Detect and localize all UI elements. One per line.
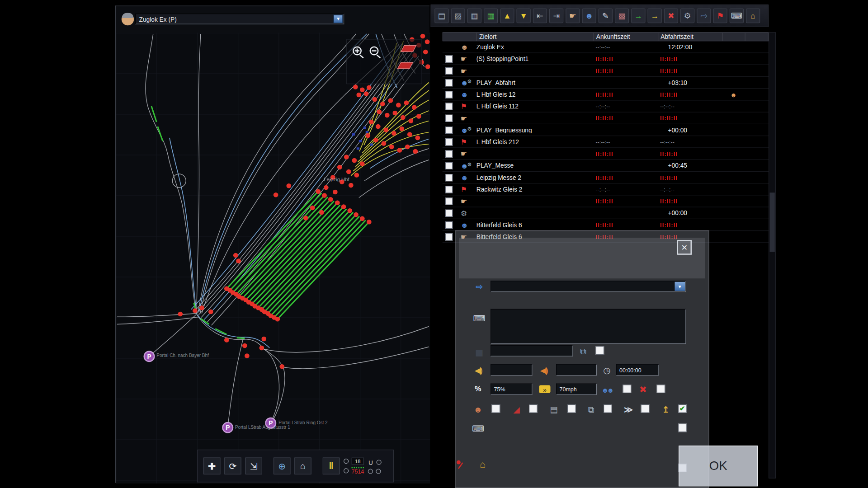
cancel-icon[interactable] <box>664 9 678 23</box>
table-row[interactable]: L Hbf Gleis 212 --:--:-- --:--:-- <box>443 136 769 148</box>
loco-checkbox[interactable] <box>596 346 604 355</box>
row-checkbox[interactable] <box>445 209 452 216</box>
radio-option[interactable] <box>376 460 381 465</box>
close-button[interactable]: ✕ <box>677 240 692 255</box>
table-row[interactable]: PLAY_Begruessung +00:00 <box>443 124 769 136</box>
row-checkbox[interactable] <box>445 233 452 240</box>
row-checkbox[interactable] <box>445 162 452 169</box>
table-row[interactable]: +00:00 <box>443 207 769 219</box>
zoom-out-icon[interactable] <box>370 47 379 56</box>
tunnel-portal-marker[interactable]: P <box>222 422 233 433</box>
table-scrollbar[interactable] <box>769 32 776 479</box>
copy-icon[interactable] <box>576 346 590 357</box>
palette-icon[interactable] <box>615 9 629 23</box>
table-row[interactable]: PLAY_Abfahrt +03:10 <box>443 77 769 89</box>
track-mode-icon[interactable] <box>323 458 340 475</box>
export-icon[interactable] <box>451 9 465 23</box>
notes-area[interactable] <box>491 309 686 344</box>
row-checkbox[interactable] <box>445 67 452 74</box>
row-checkbox[interactable] <box>445 55 452 62</box>
table-row[interactable]: II:II:II II:II:II <box>443 148 769 160</box>
table-row[interactable]: Zuglok Ex --:--:-- 12:02:00 <box>443 41 769 53</box>
row-checkbox[interactable] <box>445 103 452 110</box>
wait-time-field[interactable]: 00:00:00 <box>616 364 659 375</box>
keypad-icon[interactable] <box>730 9 744 23</box>
column-header-ankunftszeit[interactable]: Ankunftszeit <box>594 33 659 41</box>
option-checkbox-6[interactable] <box>678 424 687 432</box>
flag-icon[interactable] <box>713 9 727 23</box>
grid-add-icon[interactable] <box>484 9 498 23</box>
loco-field[interactable] <box>491 345 573 357</box>
tunnel-portal-marker[interactable]: P <box>144 351 155 362</box>
table-row[interactable]: Rackwitz Gleis 2 --:--:-- --:--:-- <box>443 183 769 195</box>
zoom-in-icon[interactable] <box>353 47 362 56</box>
globe-button[interactable] <box>274 458 291 475</box>
row-checkbox[interactable] <box>445 221 452 228</box>
column-header-abfahrtszeit[interactable]: Abfahrtszeit <box>658 33 723 41</box>
scrollbar-thumb[interactable] <box>770 192 775 252</box>
grid-icon[interactable] <box>467 9 481 23</box>
passengers-icon[interactable] <box>582 9 596 23</box>
column-header-zielort[interactable]: Zielort <box>477 33 594 41</box>
table-row[interactable]: PLAY_Messe +00:45 <box>443 160 769 172</box>
row-checkbox[interactable] <box>445 79 452 86</box>
table-row[interactable]: L Hbf Gleis 112 --:--:-- --:--:-- <box>443 101 769 113</box>
chevron-down-icon[interactable] <box>675 282 685 291</box>
percent-field[interactable]: 75% <box>491 384 533 395</box>
route-green-icon[interactable] <box>631 9 645 23</box>
route-yellow-icon[interactable] <box>648 9 662 23</box>
row-checkbox[interactable] <box>445 186 452 193</box>
tunnel-portal-marker[interactable]: P <box>265 418 276 429</box>
map-canvas[interactable]: P Portal Ch. nach Bayer Bhf P Portal LSt… <box>116 33 430 484</box>
chevron-down-icon[interactable] <box>334 15 343 23</box>
save-icon[interactable] <box>434 9 448 23</box>
route-end-checkbox[interactable]: ✔ <box>678 404 687 413</box>
table-row[interactable]: II:II:II II:II:II <box>443 113 769 124</box>
table-row[interactable]: II:II:II II:II:II <box>443 196 769 207</box>
row-checkbox[interactable] <box>445 197 452 205</box>
sound-field-2[interactable] <box>556 364 597 375</box>
drag-tool-button[interactable] <box>245 458 263 475</box>
row-checkbox[interactable] <box>445 91 452 98</box>
radio-option[interactable] <box>368 469 373 474</box>
row-checkbox[interactable] <box>445 138 452 145</box>
radio-option[interactable] <box>376 469 381 474</box>
row-checkbox[interactable] <box>445 150 452 157</box>
radio-option[interactable] <box>344 468 349 473</box>
rotate-tool-button[interactable] <box>224 458 241 475</box>
speed-field[interactable]: 70mph <box>556 384 597 395</box>
train-selector[interactable]: Zuglok Ex (P) <box>135 14 344 24</box>
depart-icon[interactable] <box>697 9 711 23</box>
move-tool-button[interactable] <box>203 458 221 475</box>
settings-icon[interactable] <box>680 9 694 23</box>
option-checkbox-2[interactable] <box>529 404 538 413</box>
table-row[interactable]: Bitterfeld Gleis 6 II:II:II II:II:II <box>443 219 769 231</box>
hand-icon[interactable] <box>566 9 580 23</box>
depot-icon[interactable] <box>746 9 760 23</box>
option-checkbox-5[interactable] <box>641 404 650 413</box>
tunnel-icon[interactable] <box>476 459 490 470</box>
table-row[interactable]: Leipzig Messe 2 II:II:II II:II:II <box>443 172 769 183</box>
table-row[interactable]: L Hbf Gleis 12 II:II:II II:II:II <box>443 89 769 100</box>
row-down-icon[interactable] <box>517 9 531 23</box>
signal-shape-icon[interactable] <box>397 62 413 69</box>
row-up-icon[interactable] <box>500 9 514 23</box>
row-checkbox[interactable] <box>445 174 452 181</box>
radio-option[interactable] <box>344 459 349 464</box>
passengers-checkbox[interactable] <box>623 385 632 393</box>
row-checkbox[interactable] <box>445 114 452 122</box>
option-checkbox-3[interactable] <box>567 404 576 413</box>
pin-icon[interactable] <box>456 459 466 470</box>
destination-dropdown[interactable] <box>491 281 686 292</box>
table-row[interactable]: II:II:II II:II:II <box>443 65 769 77</box>
home-button[interactable] <box>294 458 311 475</box>
cancel-icon[interactable] <box>637 384 650 395</box>
ok-button[interactable]: OK <box>679 446 758 486</box>
signal-shape-icon[interactable] <box>401 45 416 52</box>
edit-icon[interactable] <box>599 9 613 23</box>
table-row[interactable]: (S) StoppingPoint1 II:II:II II:II:II <box>443 53 769 65</box>
sound-field-1[interactable] <box>491 364 533 375</box>
shift-left-icon[interactable] <box>533 9 547 23</box>
row-checkbox[interactable] <box>445 126 452 133</box>
option-checkbox-4[interactable] <box>604 404 612 413</box>
